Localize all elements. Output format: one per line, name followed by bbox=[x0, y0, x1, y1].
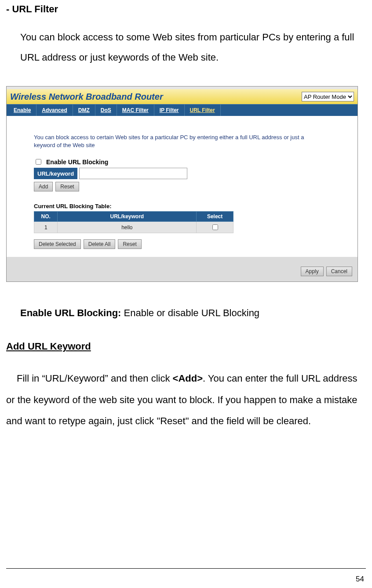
delete-selected-button[interactable]: Delete Selected bbox=[34, 239, 81, 249]
table-reset-button[interactable]: Reset bbox=[118, 239, 141, 249]
router-ui-screenshot: Wireless Network Broadband Router AP Rou… bbox=[6, 86, 358, 282]
apply-button[interactable]: Apply bbox=[301, 267, 324, 276]
tab-ip-filter[interactable]: IP Filter bbox=[154, 105, 185, 116]
section-title: - URL Filter bbox=[6, 4, 366, 15]
url-keyword-input[interactable] bbox=[79, 168, 187, 179]
reset-button[interactable]: Reset bbox=[55, 182, 79, 191]
delete-all-button[interactable]: Delete All bbox=[84, 239, 116, 249]
footer-rule bbox=[6, 568, 366, 569]
body-before-add: Fill in “URL/Keyword” and then click bbox=[17, 373, 173, 384]
cell-select bbox=[197, 222, 233, 233]
enable-url-blocking-checkbox[interactable] bbox=[36, 159, 41, 165]
enable-blocking-bold: Enable URL Blocking: bbox=[20, 307, 121, 318]
add-url-body: Fill in “URL/Keyword” and then click <Ad… bbox=[6, 368, 366, 432]
mode-dropdown[interactable]: AP Router Mode bbox=[302, 92, 354, 101]
enable-blocking-rest: Enable or disable URL Blocking bbox=[121, 307, 259, 318]
page-number: 54 bbox=[356, 575, 364, 584]
enable-url-blocking-label: Enable URL Blocking bbox=[46, 159, 108, 166]
url-keyword-input-label: URL/keyword bbox=[34, 168, 77, 179]
enable-blocking-paragraph: Enable URL Blocking: Enable or disable U… bbox=[20, 307, 366, 319]
tab-dmz[interactable]: DMZ bbox=[73, 105, 95, 116]
screenshot-description: You can block access to certain Web site… bbox=[34, 133, 306, 149]
th-no: NO. bbox=[34, 212, 58, 222]
table-row: 1 hello bbox=[34, 222, 233, 233]
router-brand-title: Wireless Network Broadband Router bbox=[10, 92, 302, 102]
tab-dos[interactable]: DoS bbox=[95, 105, 117, 116]
tab-advanced[interactable]: Advanced bbox=[36, 105, 73, 116]
cell-url: hello bbox=[58, 222, 197, 233]
blocking-table-title: Current URL Blocking Table: bbox=[34, 203, 338, 209]
add-url-keyword-heading: Add URL Keyword bbox=[6, 341, 366, 352]
tab-mac-filter[interactable]: MAC Filter bbox=[117, 105, 154, 116]
cell-no: 1 bbox=[34, 222, 58, 233]
add-button[interactable]: Add bbox=[34, 182, 53, 191]
blocking-table: NO. URL/keyword Select 1 hello bbox=[34, 211, 233, 233]
th-select: Select bbox=[197, 212, 233, 222]
intro-text: You can block access to some Web sites f… bbox=[20, 27, 366, 68]
tab-url-filter[interactable]: URL Filter bbox=[185, 105, 221, 116]
th-url: URL/keyword bbox=[58, 212, 197, 222]
cancel-button[interactable]: Cancel bbox=[326, 267, 352, 276]
add-bold: <Add> bbox=[173, 373, 203, 384]
row-select-checkbox[interactable] bbox=[212, 224, 218, 230]
tab-enable[interactable]: Enable bbox=[8, 105, 36, 116]
